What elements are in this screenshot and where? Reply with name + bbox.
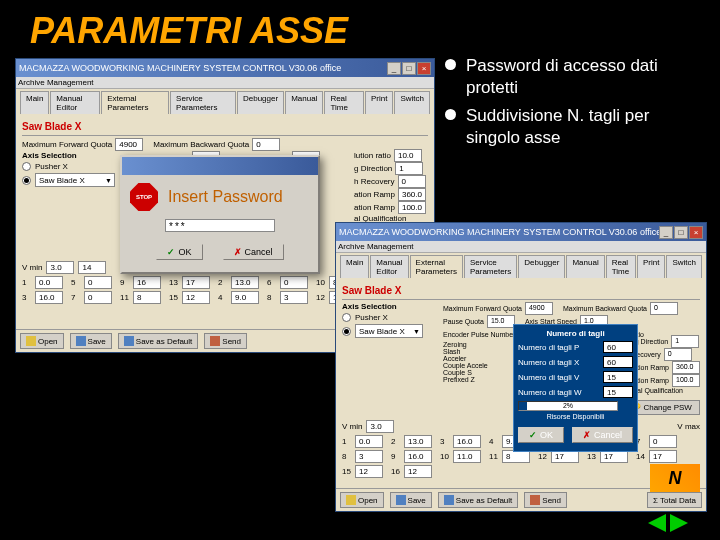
tab-manual[interactable]: Manual: [285, 91, 323, 114]
cuts-v-field[interactable]: 15: [603, 371, 633, 383]
save-button[interactable]: Save: [70, 333, 112, 349]
vmin2-field[interactable]: 14: [78, 261, 106, 274]
axis-selection-label: Axis Selection: [342, 302, 437, 311]
minimize-button[interactable]: _: [659, 226, 673, 239]
grid-val[interactable]: 0: [84, 291, 112, 304]
grid-val[interactable]: 17: [649, 450, 677, 463]
save-button[interactable]: Save: [390, 492, 432, 508]
field-recovery[interactable]: 0: [664, 348, 692, 361]
total-data-button[interactable]: ΣTotal Data: [647, 492, 702, 508]
save-default-button[interactable]: Save as Default: [118, 333, 198, 349]
field-pause[interactable]: 15.0: [487, 315, 515, 328]
field-max-fwd[interactable]: 4900: [525, 302, 553, 315]
save-def-label: Save as Default: [456, 496, 512, 505]
grid-val[interactable]: 12: [404, 465, 432, 478]
grid-val[interactable]: 11.0: [453, 450, 481, 463]
tab-main[interactable]: Main: [20, 91, 49, 114]
maximize-button[interactable]: □: [402, 62, 416, 75]
tab-debugger[interactable]: Debugger: [518, 255, 565, 278]
label-recovery: h Recovery: [354, 177, 394, 186]
grid-val[interactable]: 13.0: [404, 435, 432, 448]
grid-val[interactable]: 16.0: [453, 435, 481, 448]
field-ramp1[interactable]: 360.0: [672, 361, 700, 374]
tab-print[interactable]: Print: [637, 255, 665, 278]
vmin-field[interactable]: 3.0: [366, 420, 394, 433]
radio-sawblade[interactable]: [342, 327, 351, 336]
prev-arrow-icon[interactable]: [646, 514, 666, 532]
grid-val[interactable]: 0.0: [35, 276, 63, 289]
save-default-button[interactable]: Save as Default: [438, 492, 518, 508]
cancel-button[interactable]: ✗Cancel: [572, 427, 633, 443]
radio-sawblade[interactable]: [22, 176, 31, 185]
grid-val[interactable]: 0: [649, 435, 677, 448]
next-arrow-icon[interactable]: [670, 514, 690, 532]
field-max-fwd[interactable]: 4900: [115, 138, 143, 151]
tab-main[interactable]: Main: [340, 255, 369, 278]
cuts-w-field[interactable]: 15: [603, 386, 633, 398]
cancel-button[interactable]: ✗Cancel: [223, 244, 284, 260]
tab-switch[interactable]: Switch: [394, 91, 430, 114]
password-input[interactable]: ***: [165, 219, 275, 232]
dropdown-sawblade[interactable]: Saw Blade X: [355, 324, 423, 338]
tab-service-params[interactable]: Service Parameters: [170, 91, 236, 114]
tab-debugger[interactable]: Debugger: [237, 91, 284, 114]
send-button[interactable]: Send: [204, 333, 247, 349]
grid-val[interactable]: 17: [182, 276, 210, 289]
titlebar[interactable]: MACMAZZA WOODWORKING MACHINERY SYSTEM CO…: [16, 59, 434, 77]
tab-manual-editor[interactable]: Manual Editor: [50, 91, 100, 114]
grid-val[interactable]: 0.0: [355, 435, 383, 448]
menu-item[interactable]: Archive Management: [18, 78, 94, 87]
grid-val[interactable]: 9.0: [231, 291, 259, 304]
cuts-x-field[interactable]: 60: [603, 356, 633, 368]
grid-val[interactable]: 12: [182, 291, 210, 304]
tab-external-params[interactable]: External Parameters: [101, 91, 169, 114]
ok-button[interactable]: ✓OK: [156, 244, 202, 260]
minimize-button[interactable]: _: [387, 62, 401, 75]
label-encoder: Encoder Pulse Number: [443, 331, 515, 338]
grid-val[interactable]: 16: [133, 276, 161, 289]
grid-val[interactable]: 0: [84, 276, 112, 289]
send-button[interactable]: Send: [524, 492, 567, 508]
field-solution-ratio[interactable]: 10.0: [394, 149, 422, 162]
field-direction[interactable]: 1: [671, 335, 699, 348]
dropdown-sawblade[interactable]: Saw Blade X: [35, 173, 115, 187]
grid-val[interactable]: 3: [355, 450, 383, 463]
cuts-p-field[interactable]: 60: [603, 341, 633, 353]
radio-pusher[interactable]: [342, 313, 351, 322]
field-ramp2[interactable]: 100.0: [672, 374, 700, 387]
grid-val[interactable]: 12: [355, 465, 383, 478]
field-max-bwd[interactable]: 0: [252, 138, 280, 151]
tab-service-params[interactable]: Service Parameters: [464, 255, 517, 278]
tab-external-params[interactable]: External Parameters: [410, 255, 463, 278]
vmin-field[interactable]: 3.0: [46, 261, 74, 274]
grid-val[interactable]: 13.0: [231, 276, 259, 289]
tab-print[interactable]: Print: [365, 91, 393, 114]
tab-manual-editor[interactable]: Manual Editor: [370, 255, 408, 278]
field-max-bwd[interactable]: 0: [650, 302, 678, 315]
dialog-titlebar[interactable]: [122, 157, 318, 175]
grid-val[interactable]: 0: [280, 276, 308, 289]
idx: 12: [538, 452, 548, 461]
grid-val[interactable]: 16.0: [35, 291, 63, 304]
field-ramp1[interactable]: 360.0: [398, 188, 426, 201]
close-button[interactable]: ×: [417, 62, 431, 75]
ok-button[interactable]: ✓OK: [518, 427, 564, 443]
tab-manual[interactable]: Manual: [566, 255, 604, 278]
grid-val[interactable]: 16.0: [404, 450, 432, 463]
menu-item[interactable]: Archive Management: [338, 242, 414, 251]
field-ramp2[interactable]: 100.0: [398, 201, 426, 214]
grid-val[interactable]: 8: [133, 291, 161, 304]
idx: 1: [22, 278, 32, 287]
tab-switch[interactable]: Switch: [666, 255, 702, 278]
radio-pusher[interactable]: [22, 162, 31, 171]
field-direction[interactable]: 1: [395, 162, 423, 175]
tab-realtime[interactable]: Real Time: [606, 255, 636, 278]
open-button[interactable]: Open: [20, 333, 64, 349]
close-button[interactable]: ×: [689, 226, 703, 239]
titlebar[interactable]: MACMAZZA WOODWORKING MACHINERY SYSTEM CO…: [336, 223, 706, 241]
tab-realtime[interactable]: Real Time: [324, 91, 364, 114]
field-recovery[interactable]: 0: [398, 175, 426, 188]
grid-val[interactable]: 3: [280, 291, 308, 304]
maximize-button[interactable]: □: [674, 226, 688, 239]
open-button[interactable]: Open: [340, 492, 384, 508]
